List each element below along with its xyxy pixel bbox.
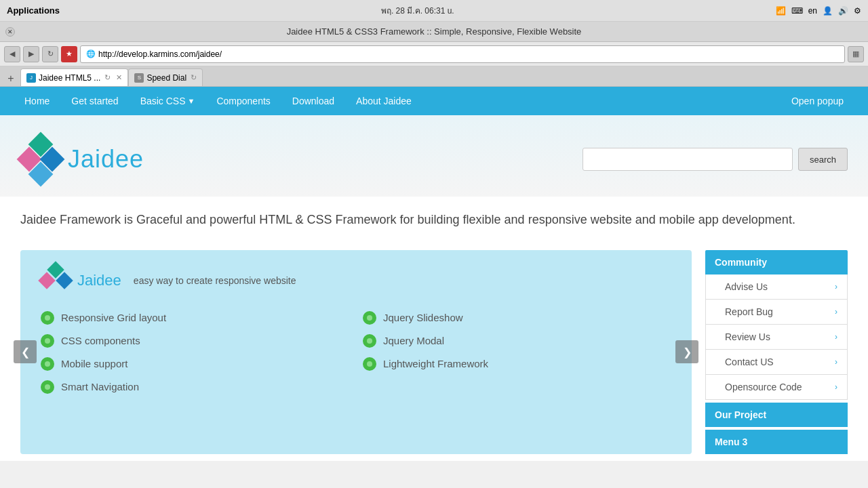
sound-icon: 🔊	[838, 6, 848, 16]
window-controls: ✕	[5, 27, 15, 37]
sidebar-arrow-reportbug: ›	[835, 307, 837, 317]
nav-getstarted[interactable]: Get started	[60, 87, 129, 115]
feature-dot-1	[41, 311, 54, 325]
address-url: http://develop.karmins.com/jaidee/	[98, 49, 222, 59]
nav-download[interactable]: Download	[281, 87, 345, 115]
nav-about[interactable]: About Jaidee	[345, 87, 422, 115]
carousel-title: Jaidee	[77, 272, 121, 289]
browser-tabs: + J Jaidee HTML5 ... ↻ ✕ S Speed Dial ↻	[0, 66, 868, 87]
tab-favicon-jaidee: J	[26, 73, 36, 83]
feature-dot-7	[41, 380, 54, 394]
feature-smart-nav: Smart Navigation	[41, 380, 349, 394]
browser-title: Jaidee HTML5 & CSS3 Framework :: Simple,…	[287, 26, 582, 37]
browser-title-bar: ✕ Jaidee HTML5 & CSS3 Framework :: Simpl…	[0, 22, 868, 42]
settings-icon[interactable]: ⚙	[854, 6, 861, 16]
feature-mobile-support: Mobile support	[41, 357, 349, 371]
os-datetime: พฤ. 28 มี.ค. 06:31 u.	[381, 4, 454, 17]
main-content: ❮ Jaidee easy way to create responsive w…	[0, 243, 868, 461]
sidebar-item-contactus[interactable]: Contact US ›	[705, 350, 848, 375]
sidebar-label-opensource: Opensource Code	[725, 382, 802, 392]
sidebar-label-reviewus: Review Us	[725, 331, 770, 342]
tab-close-jaidee[interactable]: ✕	[116, 73, 122, 82]
new-tab-button[interactable]: +	[3, 71, 19, 86]
refresh-button[interactable]: ↻	[42, 46, 58, 62]
feature-responsive-grid: Responsive Grid layout	[41, 311, 349, 325]
feature-label-2: Jquery Slideshow	[383, 312, 463, 323]
basiccss-dropdown-icon: ▼	[188, 97, 195, 105]
tab-jaidee[interactable]: J Jaidee HTML5 ... ↻ ✕	[20, 68, 128, 86]
feature-jquery-slideshow: Jquery Slideshow	[363, 311, 671, 325]
description-section: Jaidee Framework is Graceful and powerfu…	[0, 197, 868, 243]
sidebar-label-adviseus: Advise Us	[725, 281, 768, 292]
nav-basiccss[interactable]: Basic CSS ▼	[130, 87, 206, 115]
feature-dot-5	[41, 357, 54, 371]
sidebar-item-adviseus[interactable]: Advise Us ›	[705, 274, 848, 300]
feature-label-1: Responsive Grid layout	[61, 312, 166, 323]
bookmark-button[interactable]: ★	[61, 46, 77, 62]
carousel-features: Responsive Grid layout Jquery Slideshow …	[41, 311, 671, 394]
tab-favicon-speeddial: S	[134, 73, 144, 83]
os-bar: Applications พฤ. 28 มี.ค. 06:31 u. 📶 ⌨ e…	[0, 0, 868, 22]
feature-label-6: Lightweight Framework	[383, 358, 488, 369]
sidebar-arrow-contactus: ›	[835, 357, 837, 367]
signal-icon: 📶	[776, 6, 786, 16]
feature-dot-3	[41, 334, 54, 348]
keyboard-icon: ⌨	[791, 6, 803, 16]
carousel-logo-small	[41, 264, 71, 298]
tab-label-speeddial: Speed Dial	[146, 73, 186, 83]
logo-text: Jaidee	[68, 145, 144, 174]
address-bar[interactable]: 🌐 http://develop.karmins.com/jaidee/	[80, 45, 845, 63]
feature-label-7: Smart Navigation	[61, 381, 139, 392]
sidebar-menu3-header: Menu 3	[705, 430, 848, 454]
browser-toolbar: ◀ ▶ ↻ ★ 🌐 http://develop.karmins.com/jai…	[0, 42, 868, 66]
description-text: Jaidee Framework is Graceful and powerfu…	[20, 210, 848, 230]
sidebar-arrow-opensource: ›	[835, 382, 837, 392]
feature-dot-6	[363, 357, 376, 371]
address-icon: 🌐	[86, 49, 96, 58]
carousel-section: ❮ Jaidee easy way to create responsive w…	[20, 250, 692, 454]
feature-dot-4	[363, 334, 376, 348]
sidebar-item-reviewus[interactable]: Review Us ›	[705, 325, 848, 350]
sidebar-ourproject-header: Our Project	[705, 403, 848, 427]
site-nav: Home Get started Basic CSS ▼ Components …	[0, 87, 868, 115]
os-tray: 📶 ⌨ en 👤 🔊 ⚙	[776, 6, 861, 16]
sidebar-item-reportbug[interactable]: Report Bug ›	[705, 300, 848, 325]
sidebar-label-contactus: Contact US	[725, 357, 774, 367]
logo-diamonds	[20, 136, 61, 183]
nav-home[interactable]: Home	[14, 87, 60, 115]
sidebar-community-header: Community	[705, 250, 848, 274]
tab-sync-icon: ↻	[104, 73, 111, 82]
forward-button[interactable]: ▶	[23, 46, 39, 62]
hero-logo: Jaidee	[20, 136, 144, 183]
os-app-name: Applications	[7, 5, 60, 16]
sidebar-label-reportbug: Report Bug	[725, 306, 773, 317]
grid-view-button[interactable]: ▦	[848, 46, 864, 62]
search-button[interactable]: search	[798, 148, 848, 171]
feature-label-5: Mobile support	[61, 358, 127, 369]
hero-search: search	[583, 148, 848, 171]
carousel-header: Jaidee easy way to create responsive web…	[41, 264, 671, 298]
tab-speeddial[interactable]: S Speed Dial ↻	[128, 68, 203, 86]
tab-label-jaidee: Jaidee HTML5 ...	[39, 73, 100, 83]
sidebar: Community Advise Us › Report Bug › Revie…	[705, 250, 848, 454]
sidebar-arrow-adviseus: ›	[835, 282, 837, 291]
feature-label-4: Jquery Modal	[383, 335, 444, 346]
feature-jquery-modal: Jquery Modal	[363, 334, 671, 348]
feature-dot-2	[363, 311, 376, 325]
sidebar-item-opensource[interactable]: Opensource Code ›	[705, 375, 848, 400]
sidebar-arrow-reviewus: ›	[835, 332, 837, 342]
lang-label: en	[808, 6, 817, 16]
feature-lightweight: Lightweight Framework	[363, 357, 671, 371]
carousel-subtitle: easy way to create responsive website	[134, 275, 296, 286]
carousel-next-button[interactable]: ❯	[675, 340, 698, 363]
carousel-prev-button[interactable]: ❮	[14, 340, 37, 363]
back-button[interactable]: ◀	[4, 46, 20, 62]
nav-open-popup[interactable]: Open popup	[781, 96, 854, 106]
close-button[interactable]: ✕	[5, 27, 15, 37]
nav-components[interactable]: Components	[205, 87, 281, 115]
feature-css-components: CSS components	[41, 334, 349, 348]
tab-reload-icon: ↻	[191, 73, 197, 82]
feature-label-3: CSS components	[61, 335, 140, 346]
hero-section: Jaidee search	[0, 115, 868, 197]
search-input[interactable]	[583, 148, 793, 171]
